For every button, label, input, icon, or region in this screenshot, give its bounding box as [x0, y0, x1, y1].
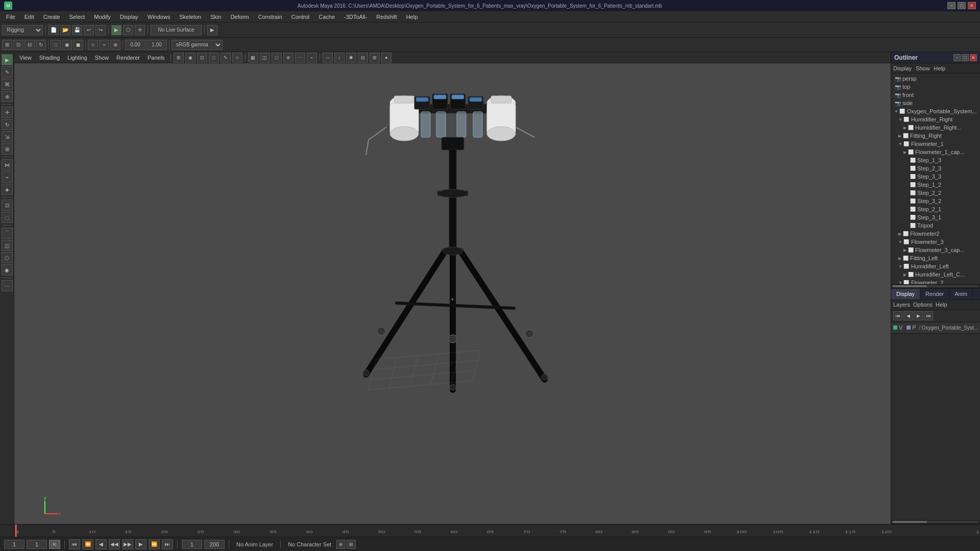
tree-item-step21[interactable]: ⬜ Step_2_1 [891, 205, 980, 213]
tree-item-front[interactable]: 📷 front [891, 91, 980, 99]
vp-icon-15[interactable]: ✱ [346, 53, 356, 63]
tab-display[interactable]: Display [891, 289, 920, 299]
go-start-btn[interactable]: ⏮ [69, 539, 80, 549]
tree-item-step31[interactable]: ⬜ Step_3_1 [891, 213, 980, 221]
vp-icon-13[interactable]: ↔ [323, 53, 333, 63]
menu-edit[interactable]: Edit [20, 13, 38, 21]
vp-lighting-menu[interactable]: Lighting [64, 54, 90, 61]
range-end-field[interactable]: 200 [204, 540, 225, 549]
next-key-btn[interactable]: ⏩ [149, 539, 160, 549]
tree-item-flowmeter-2[interactable]: ▼ ⬜ Flowmeter_2 [891, 279, 980, 284]
menu-skin[interactable]: Skin [206, 13, 225, 21]
rotate-btn[interactable]: ↻ [36, 40, 46, 50]
curve-btn[interactable]: ⌒ [2, 228, 13, 239]
vp-icon-8[interactable]: ◫ [260, 53, 270, 63]
close-button[interactable]: ✕ [968, 2, 976, 9]
expand-flowmeter3[interactable]: ▼ [898, 240, 902, 244]
tab-anim[interactable]: Anim [949, 289, 973, 299]
vp-icon-14[interactable]: ↕ [334, 53, 345, 63]
tree-item-persp[interactable]: 📷 persp [891, 74, 980, 83]
rotate-lt-btn[interactable]: ↻ [2, 119, 13, 130]
expand-flowmeter1[interactable]: ▼ [898, 142, 902, 146]
dra-next-btn[interactable]: ▶ [914, 311, 923, 320]
cluster-btn[interactable]: ◈ [2, 184, 13, 195]
snap-grid-btn[interactable]: ⊹ [88, 40, 98, 50]
frame-key-btn[interactable]: K [49, 540, 60, 549]
tree-item-flowmeter2[interactable]: ▶ ⬜ Flowmeter2 [891, 230, 980, 238]
vp-icon-6[interactable]: ⊹ [232, 53, 242, 63]
vp-icon-2[interactable]: ◉ [185, 53, 195, 63]
show-manip-btn[interactable]: ⊡ [2, 199, 13, 211]
menu-help[interactable]: Help [402, 13, 422, 21]
flat-btn[interactable]: ◼ [73, 40, 83, 50]
tree-item-flowmeter1-cap[interactable]: ▶ ⬜ Flowmeter_1_cap... [891, 148, 980, 156]
frame-current-field[interactable]: 1 [27, 540, 47, 549]
viewport[interactable]: View Shading Lighting Show Renderer Pane… [14, 52, 891, 524]
expand-hum-l-cap[interactable]: ▶ [903, 272, 906, 277]
scale-lt-btn[interactable]: ⇲ [2, 131, 13, 142]
vp-icon-17[interactable]: ⊞ [370, 53, 380, 63]
vp-icon-18[interactable]: ● [381, 53, 391, 63]
snap-curve-btn[interactable]: ⌁ [99, 40, 109, 50]
menu-windows[interactable]: Windows [143, 13, 175, 21]
tree-item-step12[interactable]: ⬜ Step_1_2 [891, 181, 980, 189]
outliner-menu-show[interactable]: Show [916, 65, 930, 71]
vp-icon-10[interactable]: ⊕ [283, 53, 293, 63]
select-tool-button[interactable]: ▶ [111, 25, 121, 35]
redo-button[interactable]: ↪ [95, 25, 106, 35]
tree-item-humidifier-left[interactable]: ▼ ⬜ Humidifier_Left [891, 262, 980, 270]
expand-hum-r-cap[interactable]: ▶ [903, 126, 906, 130]
outliner-tree[interactable]: 📷 persp 📷 top 📷 front 📷 side [891, 73, 980, 284]
mode-dropdown[interactable]: Rigging [2, 25, 43, 35]
tree-item-hum-left-cap[interactable]: ▶ ⬜ Humidifier_Left_C... [891, 270, 980, 279]
dra-menu-layers[interactable]: Layers [893, 302, 910, 308]
menu-control[interactable]: Control [287, 13, 313, 21]
dra-prev-btn[interactable]: ◀ [903, 311, 913, 320]
lasso-tool-button[interactable]: ⬡ [123, 25, 133, 35]
save-scene-button[interactable]: 💾 [72, 25, 82, 35]
transform-btn[interactable]: ⊞ [2, 40, 12, 50]
minimize-button[interactable]: − [947, 2, 955, 9]
outliner-menu-display[interactable]: Display [893, 65, 912, 71]
outliner-minimize[interactable]: − [953, 54, 961, 61]
tree-item-tripod[interactable]: ⬜ Tripod [891, 221, 980, 230]
tree-item-fitting-right[interactable]: ▶ ⬜ Fitting_Right [891, 132, 980, 140]
menu-modify[interactable]: Modify [90, 13, 114, 21]
new-scene-button[interactable]: 📄 [48, 25, 59, 35]
viewport-canvas[interactable]: + x y persp [14, 63, 891, 524]
char-set-btn-2[interactable]: ⊞ [347, 540, 356, 549]
dra-back-btn[interactable]: ⏮ [893, 311, 902, 320]
go-end-btn[interactable]: ⏭ [162, 539, 173, 549]
no-live-surface-btn[interactable]: No Live Surface [151, 25, 202, 35]
gamma-dropdown[interactable]: sRGB gamma [172, 40, 223, 50]
dra-menu-help[interactable]: Help [936, 302, 947, 308]
surface-btn[interactable]: ◫ [2, 240, 13, 251]
expand-fitting-right[interactable]: ▶ [898, 134, 901, 138]
tree-item-humidifier-right[interactable]: ▼ ⬜ Humidifier_Right [891, 115, 980, 123]
sculpt-btn[interactable]: ⌘ [2, 79, 13, 90]
vp-icon-1[interactable]: ⊞ [174, 53, 184, 63]
open-scene-button[interactable]: 📂 [60, 25, 70, 35]
value1-field[interactable]: 0.00 [125, 40, 145, 50]
misc-btn[interactable]: ⋯ [2, 280, 13, 291]
vp-renderer-menu[interactable]: Renderer [113, 54, 143, 61]
outliner-menu-help[interactable]: Help [934, 65, 946, 71]
paint-btn[interactable]: ✎ [2, 66, 13, 78]
expand-fitting-left[interactable]: ▶ [898, 256, 901, 261]
snap-point-btn[interactable]: ⊕ [110, 40, 120, 50]
smooth-btn[interactable]: ◉ [62, 40, 72, 50]
tree-item-fitting-left[interactable]: ▶ ⬜ Fitting_Left [891, 254, 980, 262]
soft-mod-btn[interactable]: ⌁ [2, 171, 13, 183]
tree-item-top[interactable]: 📷 top [891, 83, 980, 91]
next-frame-btn[interactable]: ▶ [135, 539, 146, 549]
dra-menu-options[interactable]: Options [913, 302, 933, 308]
subdiv-btn[interactable]: ◉ [2, 264, 13, 276]
vp-icon-16[interactable]: ⊟ [358, 53, 368, 63]
move-lt-btn[interactable]: ✛ [2, 107, 13, 118]
outliner-scroll-track[interactable] [892, 285, 979, 287]
expand-flowmeter2[interactable]: ▶ [898, 232, 901, 236]
expand-humidifier-left[interactable]: ▼ [898, 264, 902, 269]
vp-view-menu[interactable]: View [16, 54, 35, 61]
range-start-field[interactable]: 1 [182, 540, 202, 549]
vp-icon-11[interactable]: ⋯ [295, 53, 305, 63]
